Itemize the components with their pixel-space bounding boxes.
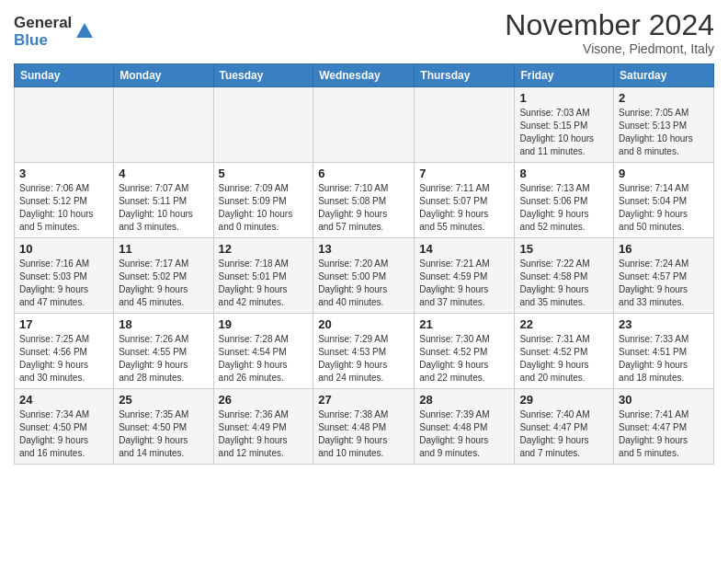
calendar-cell: 27Sunrise: 7:38 AM Sunset: 4:48 PM Dayli… <box>313 389 415 465</box>
calendar-header-monday: Monday <box>114 64 213 87</box>
page: General Blue November 2024 Visone, Piedm… <box>0 0 728 563</box>
calendar-cell: 11Sunrise: 7:17 AM Sunset: 5:02 PM Dayli… <box>114 238 213 314</box>
logo-blue: Blue <box>14 32 72 50</box>
calendar-cell: 29Sunrise: 7:40 AM Sunset: 4:47 PM Dayli… <box>515 389 614 465</box>
day-info: Sunrise: 7:03 AM Sunset: 5:15 PM Dayligh… <box>519 107 609 158</box>
day-number: 1 <box>519 91 609 105</box>
calendar-week-row: 1Sunrise: 7:03 AM Sunset: 5:15 PM Daylig… <box>15 87 714 163</box>
day-info: Sunrise: 7:24 AM Sunset: 4:57 PM Dayligh… <box>619 258 709 309</box>
day-number: 13 <box>318 242 409 256</box>
day-info: Sunrise: 7:38 AM Sunset: 4:48 PM Dayligh… <box>318 408 409 460</box>
title-block: November 2024 Visone, Piedmont, Italy <box>505 9 714 56</box>
day-number: 11 <box>119 242 208 256</box>
day-info: Sunrise: 7:14 AM Sunset: 5:04 PM Dayligh… <box>619 182 709 234</box>
calendar: SundayMondayTuesdayWednesdayThursdayFrid… <box>14 63 714 465</box>
calendar-cell: 13Sunrise: 7:20 AM Sunset: 5:00 PM Dayli… <box>313 238 415 314</box>
day-number: 3 <box>19 167 108 180</box>
calendar-cell <box>313 87 415 163</box>
calendar-header-tuesday: Tuesday <box>213 64 313 87</box>
calendar-header-wednesday: Wednesday <box>313 64 415 87</box>
day-info: Sunrise: 7:20 AM Sunset: 5:00 PM Dayligh… <box>318 258 409 309</box>
day-info: Sunrise: 7:34 AM Sunset: 4:50 PM Dayligh… <box>19 408 108 460</box>
day-number: 16 <box>619 242 709 256</box>
calendar-cell: 18Sunrise: 7:26 AM Sunset: 4:55 PM Dayli… <box>114 314 213 389</box>
day-info: Sunrise: 7:09 AM Sunset: 5:09 PM Dayligh… <box>219 182 309 234</box>
location: Visone, Piedmont, Italy <box>505 41 714 56</box>
day-info: Sunrise: 7:39 AM Sunset: 4:48 PM Dayligh… <box>419 408 509 460</box>
day-number: 25 <box>119 393 208 407</box>
calendar-cell: 21Sunrise: 7:30 AM Sunset: 4:52 PM Dayli… <box>415 314 515 389</box>
day-info: Sunrise: 7:10 AM Sunset: 5:08 PM Dayligh… <box>318 182 409 234</box>
day-number: 30 <box>619 393 709 407</box>
calendar-cell: 8Sunrise: 7:13 AM Sunset: 5:06 PM Daylig… <box>515 163 614 238</box>
calendar-cell: 30Sunrise: 7:41 AM Sunset: 4:47 PM Dayli… <box>614 389 714 465</box>
calendar-cell: 14Sunrise: 7:21 AM Sunset: 4:59 PM Dayli… <box>415 238 515 314</box>
logo: General Blue <box>14 15 95 49</box>
day-info: Sunrise: 7:41 AM Sunset: 4:47 PM Dayligh… <box>619 408 709 460</box>
day-info: Sunrise: 7:16 AM Sunset: 5:03 PM Dayligh… <box>19 258 108 309</box>
calendar-cell: 17Sunrise: 7:25 AM Sunset: 4:56 PM Dayli… <box>15 314 114 389</box>
day-number: 29 <box>519 393 609 407</box>
day-number: 5 <box>219 167 309 180</box>
day-info: Sunrise: 7:30 AM Sunset: 4:52 PM Dayligh… <box>419 333 509 385</box>
day-info: Sunrise: 7:06 AM Sunset: 5:12 PM Dayligh… <box>19 182 108 234</box>
month-title: November 2024 <box>505 9 714 41</box>
day-info: Sunrise: 7:18 AM Sunset: 5:01 PM Dayligh… <box>219 258 309 309</box>
calendar-cell: 10Sunrise: 7:16 AM Sunset: 5:03 PM Dayli… <box>15 238 114 314</box>
day-number: 14 <box>419 242 509 256</box>
calendar-header-sunday: Sunday <box>15 64 114 87</box>
calendar-header-row: SundayMondayTuesdayWednesdayThursdayFrid… <box>15 64 714 87</box>
day-info: Sunrise: 7:05 AM Sunset: 5:13 PM Dayligh… <box>619 107 709 158</box>
calendar-cell <box>213 87 313 163</box>
calendar-cell <box>114 87 213 163</box>
calendar-cell: 3Sunrise: 7:06 AM Sunset: 5:12 PM Daylig… <box>15 163 114 238</box>
calendar-cell <box>415 87 515 163</box>
day-info: Sunrise: 7:17 AM Sunset: 5:02 PM Dayligh… <box>119 258 208 309</box>
calendar-cell: 25Sunrise: 7:35 AM Sunset: 4:50 PM Dayli… <box>114 389 213 465</box>
day-info: Sunrise: 7:21 AM Sunset: 4:59 PM Dayligh… <box>419 258 509 309</box>
day-number: 7 <box>419 167 509 180</box>
calendar-week-row: 24Sunrise: 7:34 AM Sunset: 4:50 PM Dayli… <box>15 389 714 465</box>
day-number: 6 <box>318 167 409 180</box>
calendar-cell: 2Sunrise: 7:05 AM Sunset: 5:13 PM Daylig… <box>614 87 714 163</box>
calendar-cell: 7Sunrise: 7:11 AM Sunset: 5:07 PM Daylig… <box>415 163 515 238</box>
day-number: 27 <box>318 393 409 407</box>
day-info: Sunrise: 7:07 AM Sunset: 5:11 PM Dayligh… <box>119 182 208 234</box>
logo-general: General <box>14 15 72 32</box>
calendar-cell: 22Sunrise: 7:31 AM Sunset: 4:52 PM Dayli… <box>515 314 614 389</box>
day-number: 12 <box>219 242 309 256</box>
calendar-header-thursday: Thursday <box>415 64 515 87</box>
calendar-cell: 16Sunrise: 7:24 AM Sunset: 4:57 PM Dayli… <box>614 238 714 314</box>
day-info: Sunrise: 7:36 AM Sunset: 4:49 PM Dayligh… <box>219 408 309 460</box>
calendar-cell: 28Sunrise: 7:39 AM Sunset: 4:48 PM Dayli… <box>415 389 515 465</box>
day-number: 20 <box>318 317 409 331</box>
calendar-header-friday: Friday <box>515 64 614 87</box>
day-info: Sunrise: 7:35 AM Sunset: 4:50 PM Dayligh… <box>119 408 208 460</box>
calendar-cell <box>15 87 114 163</box>
day-info: Sunrise: 7:26 AM Sunset: 4:55 PM Dayligh… <box>119 333 208 385</box>
calendar-header-saturday: Saturday <box>614 64 714 87</box>
day-number: 4 <box>119 167 208 180</box>
day-info: Sunrise: 7:11 AM Sunset: 5:07 PM Dayligh… <box>419 182 509 234</box>
calendar-cell: 6Sunrise: 7:10 AM Sunset: 5:08 PM Daylig… <box>313 163 415 238</box>
calendar-week-row: 3Sunrise: 7:06 AM Sunset: 5:12 PM Daylig… <box>15 163 714 238</box>
day-number: 17 <box>19 317 108 331</box>
day-number: 9 <box>619 167 709 180</box>
svg-marker-0 <box>76 23 93 38</box>
calendar-week-row: 17Sunrise: 7:25 AM Sunset: 4:56 PM Dayli… <box>15 314 714 389</box>
calendar-cell: 5Sunrise: 7:09 AM Sunset: 5:09 PM Daylig… <box>213 163 313 238</box>
day-number: 8 <box>519 167 609 180</box>
calendar-cell: 9Sunrise: 7:14 AM Sunset: 5:04 PM Daylig… <box>614 163 714 238</box>
day-number: 26 <box>219 393 309 407</box>
day-number: 22 <box>519 317 609 331</box>
day-number: 23 <box>619 317 709 331</box>
day-number: 28 <box>419 393 509 407</box>
day-info: Sunrise: 7:33 AM Sunset: 4:51 PM Dayligh… <box>619 333 709 385</box>
calendar-cell: 1Sunrise: 7:03 AM Sunset: 5:15 PM Daylig… <box>515 87 614 163</box>
day-number: 19 <box>219 317 309 331</box>
day-number: 24 <box>19 393 108 407</box>
day-info: Sunrise: 7:25 AM Sunset: 4:56 PM Dayligh… <box>19 333 108 385</box>
calendar-cell: 12Sunrise: 7:18 AM Sunset: 5:01 PM Dayli… <box>213 238 313 314</box>
day-number: 21 <box>419 317 509 331</box>
day-info: Sunrise: 7:13 AM Sunset: 5:06 PM Dayligh… <box>519 182 609 234</box>
